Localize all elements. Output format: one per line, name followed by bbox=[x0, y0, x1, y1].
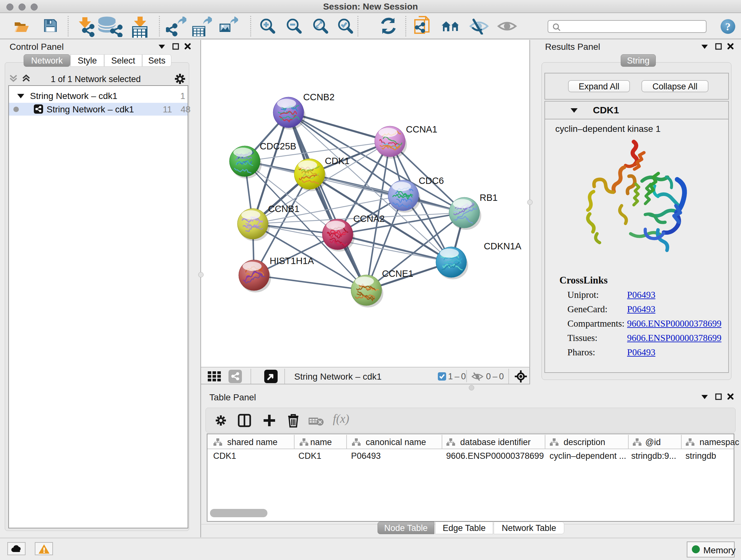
svg-text:CDC25B: CDC25B bbox=[260, 141, 296, 151]
svg-text:CCNB1: CCNB1 bbox=[268, 204, 299, 214]
svg-text:CDKN1A: CDKN1A bbox=[484, 241, 522, 251]
svg-text:?: ? bbox=[725, 21, 731, 33]
svg-text:HIST1H1A: HIST1H1A bbox=[270, 256, 314, 266]
svg-text:RB1: RB1 bbox=[480, 192, 497, 203]
svg-text:CCNA1: CCNA1 bbox=[406, 124, 437, 134]
svg-text:CDK1: CDK1 bbox=[325, 156, 349, 166]
svg-text:CCNA2: CCNA2 bbox=[353, 213, 385, 224]
svg-text:CDC6: CDC6 bbox=[419, 176, 444, 186]
svg-text:CCNE1: CCNE1 bbox=[382, 268, 413, 279]
svg-text:CCNB2: CCNB2 bbox=[303, 92, 334, 102]
